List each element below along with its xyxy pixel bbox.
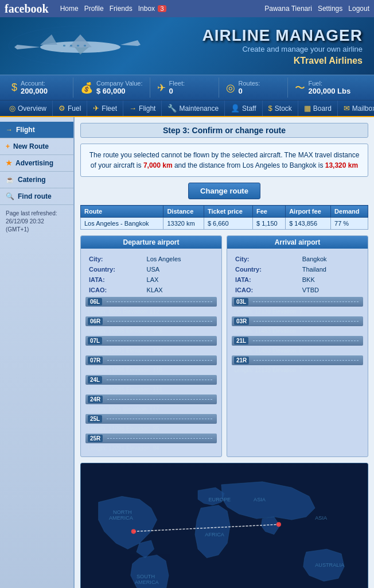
runway-detail: Length: 8925 Elevation: 112 (85, 308, 217, 315)
refresh-time: 26/12/09 20:32 (6, 218, 44, 225)
arrival-runways: 03LLength: 12139 Elevation: 703RLength: … (232, 297, 363, 374)
runway-detail: Length: 12139 Elevation: 7 (232, 308, 363, 315)
col-airport-fee: Airport fee (286, 206, 331, 218)
logout-link[interactable]: Logout (348, 5, 369, 13)
svg-marker-7 (40, 34, 57, 45)
sidebar-item-find-route[interactable]: 🔍 Find route (0, 188, 73, 205)
account-stat: $ Account: 200,000 (5, 78, 73, 98)
nav-fuel[interactable]: ⚙Fuel (53, 100, 87, 116)
col-demand: Demand (331, 206, 368, 218)
runway-detail: Length: 11096 Elevation: 95 (85, 425, 217, 432)
fleet-icon: ✈ (157, 82, 166, 94)
routes-icon: ◎ (226, 82, 235, 94)
runway-detail: Length: 8925 Elevation: 117 (85, 405, 217, 413)
board-nav-icon: ▦ (304, 104, 311, 113)
dollar-icon: $ (11, 82, 17, 94)
nav-mailbox[interactable]: ✉Mailbox (338, 100, 374, 116)
sidebar-item-new-route[interactable]: + New Route (0, 138, 73, 155)
col-ticket-price: Ticket price (204, 206, 252, 218)
svg-text:SOUTH: SOUTH (137, 574, 155, 579)
svg-text:NORTH: NORTH (113, 509, 131, 515)
runway-label: 03R (234, 318, 249, 325)
flight-nav-icon: → (129, 104, 137, 113)
runway-label: 06R (88, 318, 103, 325)
nav-profile[interactable]: Profile (84, 5, 104, 13)
fuel-icon: 〜 (295, 81, 305, 95)
city-label-arr: City: (233, 254, 299, 264)
account-label: Account: (21, 80, 48, 87)
nav-board[interactable]: ▦Board (298, 100, 338, 116)
iata-label: IATA: (87, 275, 143, 284)
runway-label: 21R (234, 357, 249, 364)
max-distance: 7,000 km (143, 161, 173, 169)
runway-dashes (254, 360, 359, 361)
stats-bar: $ Account: 200,000 💰 Company Value: $ 60… (0, 75, 374, 100)
app-banner: AIRLINE MANAGER Create and manage your o… (0, 17, 374, 75)
runway-detail: Length: 12091 Elevation: 119 (85, 347, 217, 354)
runway-item: 25L (85, 414, 217, 424)
nav-inbox[interactable]: Inbox 3 (138, 5, 166, 13)
departure-city-row: City: Los Angeles (87, 254, 216, 264)
airports-row: Departure airport City: Los Angeles Coun… (80, 235, 368, 457)
departure-country-row: Country: USA (87, 265, 216, 274)
nav-home[interactable]: Home (60, 5, 79, 13)
nav-overview[interactable]: ◎Overview (3, 100, 53, 116)
runway-label: 24R (88, 396, 103, 403)
table-row: Los Angeles - Bangkok 13320 km $ 6,660 $… (81, 218, 368, 230)
runway-item: 21L (232, 336, 363, 346)
arrival-airport-info: City: Bangkok Country: Thailand IATA: BK… (227, 249, 368, 378)
fleet-stat: ✈ Fleet: 0 (150, 78, 219, 98)
sidebar-item-advertising[interactable]: ★ Advertising (0, 155, 73, 172)
fuel-value: 200,000 Lbs (309, 87, 351, 95)
runway-dashes (107, 360, 212, 361)
arrival-city-row: City: Bangkok (233, 254, 362, 264)
nav-flight[interactable]: →Flight (123, 100, 162, 116)
runway-label: 25R (88, 435, 103, 442)
change-route-button[interactable]: Change route (188, 183, 260, 199)
runway-dashes (107, 380, 212, 380)
nav-staff[interactable]: 👤Staff (225, 100, 262, 116)
nav-fleet[interactable]: ✈Fleet (87, 100, 123, 116)
svg-rect-8 (63, 45, 65, 47)
departure-details-table: City: Los Angeles Country: USA IATA: LAX (85, 253, 217, 296)
svg-text:AFRICA: AFRICA (205, 532, 225, 537)
airline-name: KTravel Airlines (166, 56, 363, 66)
info-text-2: and the distance from Los Angeles to Ban… (173, 161, 325, 169)
company-label: Company Value: (96, 80, 143, 87)
runway-label: 21L (234, 337, 248, 345)
runway-item: 07R (85, 355, 217, 365)
nav-stock[interactable]: $Stock (263, 100, 298, 116)
runway-dashes (107, 341, 212, 341)
fleet-value: 0 (169, 87, 173, 95)
nav-maintenance[interactable]: 🔧Maintenance (162, 100, 225, 116)
svg-rect-10 (77, 45, 79, 47)
world-map: NORTH AMERICA SOUTH AMERICA EUROPE AFRIC… (80, 463, 368, 588)
departure-city-value: Los Angeles (145, 254, 216, 264)
runway-label: 24L (88, 376, 102, 384)
sidebar-item-flight[interactable]: → Flight (0, 122, 73, 138)
runway-label: 07R (88, 357, 103, 364)
runway-label: 25L (88, 415, 102, 423)
sidebar-item-catering[interactable]: ☕ Catering (0, 172, 73, 188)
user-name[interactable]: Pawana Tienari (264, 5, 312, 13)
app-title: AIRLINE MANAGER (166, 26, 363, 45)
runway-item: 06R (85, 316, 217, 326)
facebook-logo[interactable]: facebook (5, 2, 49, 16)
runway-label: 06L (88, 298, 102, 305)
world-map-svg: NORTH AMERICA SOUTH AMERICA EUROPE AFRIC… (81, 463, 368, 588)
arrival-icao-row: ICAO: VTBD (233, 285, 362, 295)
iata-label-arr: IATA: (233, 275, 299, 284)
svg-text:AMERICA: AMERICA (109, 515, 134, 521)
arrival-airport-header: Arrival airport (227, 236, 368, 249)
routes-stat: ◎ Routes: 0 (219, 78, 288, 98)
settings-link[interactable]: Settings (318, 5, 342, 13)
route-distance: 13,320 km (325, 161, 358, 169)
arrival-icao-value: VTBD (300, 285, 362, 295)
nav-friends[interactable]: Friends (110, 5, 133, 13)
arrival-iata-row: IATA: BKK (233, 275, 362, 284)
company-icon: 💰 (80, 82, 93, 94)
runway-detail: Length: 12091 Elevation: 94 (85, 444, 217, 452)
svg-text:ASIA: ASIA (315, 515, 328, 521)
runway-detail: Length: 11096 Elevation: 118 (85, 366, 217, 374)
runway-label: 07L (88, 337, 102, 345)
